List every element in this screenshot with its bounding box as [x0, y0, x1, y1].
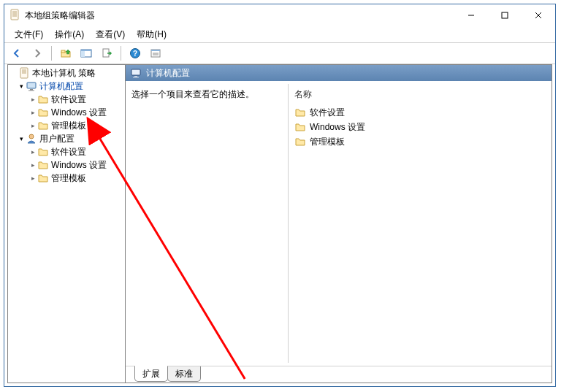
list-item-label: Windows 设置: [310, 121, 365, 134]
svg-rect-29: [131, 69, 140, 75]
tree-computer-config[interactable]: ▾ 计算机配置: [8, 80, 125, 93]
folder-icon: [37, 146, 49, 158]
app-icon: [9, 9, 20, 23]
folder-icon: [37, 172, 49, 184]
expander-icon[interactable]: ▸: [28, 161, 37, 169]
back-button[interactable]: [7, 44, 26, 63]
folder-icon: [294, 136, 306, 147]
app-window: 本地组策略编辑器 文件(F) 操作(A) 查看(V) 帮助(H): [4, 4, 556, 387]
details-header-title: 计算机配置: [146, 67, 190, 80]
folder-icon: [37, 107, 49, 118]
svg-rect-25: [27, 82, 36, 88]
menu-action[interactable]: 操作(A): [49, 26, 90, 43]
up-button[interactable]: [56, 44, 75, 63]
toolbar-separator: [121, 46, 121, 61]
toolbar-separator: [51, 46, 52, 61]
maximize-button[interactable]: [488, 4, 522, 26]
tree-user-config[interactable]: ▾ 用户配置: [8, 132, 125, 145]
tree-uc-windows[interactable]: ▸ Windows 设置: [8, 158, 125, 172]
svg-rect-6: [502, 12, 508, 18]
expander-icon[interactable]: ▸: [28, 95, 37, 104]
tab-strip: 扩展标准: [126, 366, 552, 383]
svg-rect-13: [81, 51, 85, 57]
list-item-label: 管理模板: [310, 136, 345, 148]
tree-cc-windows[interactable]: ▸ Windows 设置: [8, 106, 125, 119]
tree-cc-templates[interactable]: ▸ 管理模板: [8, 119, 125, 132]
tree-label: 管理模板: [49, 120, 86, 132]
expander-icon[interactable]: ▸: [28, 108, 37, 117]
tab-extended[interactable]: 扩展: [134, 366, 168, 382]
folder-icon: [37, 159, 49, 171]
content-body: 本地计算机 策略 ▾ 计算机配置 ▸ 软件设置: [7, 64, 552, 383]
svg-rect-31: [133, 77, 139, 78]
list-item[interactable]: 管理模板: [294, 134, 546, 149]
export-button[interactable]: [97, 44, 116, 63]
svg-point-28: [29, 134, 34, 139]
tree-root[interactable]: 本地计算机 策略: [8, 66, 125, 80]
folder-icon: [37, 120, 49, 131]
svg-rect-10: [61, 50, 65, 53]
expander-icon[interactable]: ▸: [28, 121, 37, 130]
tree-label: 管理模板: [49, 172, 86, 185]
close-button[interactable]: [522, 4, 555, 26]
column-header-name[interactable]: 名称: [294, 88, 546, 105]
user-icon: [26, 133, 37, 145]
minimize-button[interactable]: [454, 4, 488, 26]
tree-label: 本地计算机 策略: [30, 67, 96, 80]
svg-rect-18: [151, 50, 160, 51]
computer-icon: [130, 67, 142, 79]
expander-icon[interactable]: ▸: [28, 147, 37, 156]
tree-label: 软件设置: [49, 93, 86, 106]
tree-label: Windows 设置: [49, 159, 107, 172]
description-text: 选择一个项目来查看它的描述。: [131, 89, 254, 99]
menu-file[interactable]: 文件(F): [9, 26, 49, 43]
list-item-label: 软件设置: [310, 107, 345, 119]
tree-label: 软件设置: [49, 146, 86, 158]
toolbar: ?: [4, 42, 555, 64]
folder-icon: [294, 107, 306, 118]
expander-open-icon[interactable]: ▾: [17, 134, 26, 143]
expander-open-icon[interactable]: ▾: [17, 82, 26, 91]
list-item[interactable]: Windows 设置: [294, 120, 546, 134]
forward-button[interactable]: [28, 44, 47, 63]
tree-cc-software[interactable]: ▸ 软件设置: [8, 93, 125, 106]
document-icon: [18, 67, 30, 79]
menu-bar: 文件(F) 操作(A) 查看(V) 帮助(H): [4, 26, 555, 42]
tree-uc-templates[interactable]: ▸ 管理模板: [8, 172, 125, 185]
description-column: 选择一个项目来查看它的描述。: [126, 81, 288, 366]
menu-view[interactable]: 查看(V): [90, 26, 131, 43]
tree-pane[interactable]: 本地计算机 策略 ▾ 计算机配置 ▸ 软件设置: [7, 64, 126, 383]
list-column: 名称 软件设置 Windows 设置: [288, 84, 552, 363]
help-button[interactable]: ?: [126, 44, 145, 63]
svg-rect-30: [134, 76, 137, 77]
details-pane: 计算机配置 选择一个项目来查看它的描述。 名称 软件设置: [126, 64, 552, 383]
expander-icon[interactable]: ▸: [28, 174, 37, 182]
svg-text:?: ?: [133, 50, 137, 58]
tree-label: Windows 设置: [49, 107, 107, 119]
title-bar: 本地组策略编辑器: [4, 4, 555, 26]
svg-rect-26: [30, 89, 33, 91]
list-item[interactable]: 软件设置: [294, 105, 546, 120]
tree-label: 用户配置: [37, 133, 75, 145]
svg-rect-12: [81, 50, 91, 51]
tree-uc-software[interactable]: ▸ 软件设置: [8, 145, 125, 158]
details-content: 选择一个项目来查看它的描述。 名称 软件设置 Windows 设置: [126, 81, 552, 366]
menu-help[interactable]: 帮助(H): [131, 26, 172, 43]
folder-icon: [37, 93, 49, 105]
properties-button[interactable]: [146, 44, 165, 63]
folder-icon: [294, 121, 306, 133]
details-header: 计算机配置: [126, 65, 552, 81]
tree-label: 计算机配置: [37, 80, 83, 93]
tab-standard[interactable]: 标准: [167, 366, 201, 382]
window-title: 本地组策略编辑器: [25, 9, 95, 22]
computer-icon: [26, 80, 37, 92]
show-hide-tree-button[interactable]: [77, 44, 96, 63]
svg-rect-27: [28, 91, 34, 91]
